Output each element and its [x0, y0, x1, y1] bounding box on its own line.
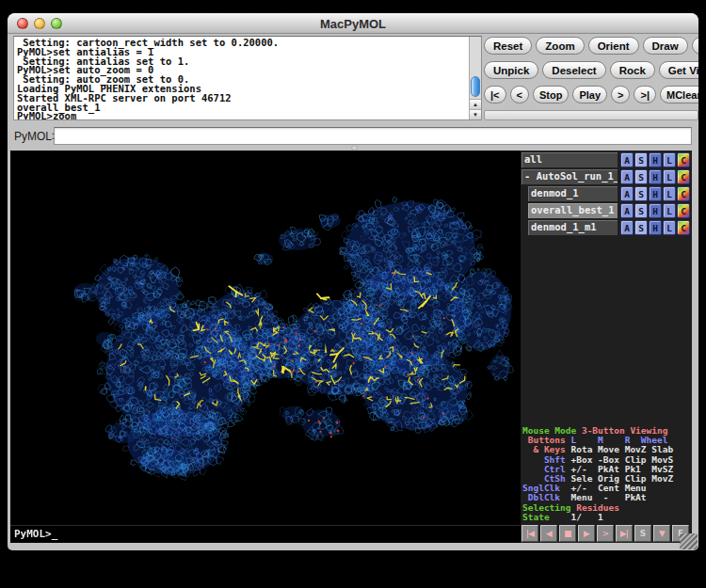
get-view-button[interactable]: Get View [659, 61, 698, 79]
play-button[interactable]: ▶ [578, 525, 595, 542]
console-line: overall_best_1 [17, 103, 468, 113]
macpymol-window: MacPyMOL Setting: cartoon_rect_width set… [8, 13, 698, 550]
object-c-button[interactable]: C [677, 220, 690, 235]
scrollbar-thumb[interactable] [471, 76, 480, 97]
command-input[interactable] [54, 127, 692, 145]
feedback-console[interactable]: Setting: cartoon_rect_width set to 0.200… [13, 36, 482, 120]
viewport-3d[interactable] [10, 151, 521, 543]
console-scrollbar[interactable]: ▲ ▼ [469, 37, 481, 119]
object-h-button[interactable]: H [649, 220, 662, 235]
object-c-button[interactable]: C [677, 186, 690, 201]
object-h-button[interactable]: H [649, 203, 662, 218]
reset-button[interactable]: Reset [484, 37, 532, 55]
object-s-button[interactable]: S [634, 203, 648, 218]
console-line: PyMOL>zoom [17, 112, 468, 119]
<-button[interactable]: < [510, 86, 529, 103]
>-button[interactable]: > [611, 86, 630, 103]
draw-button[interactable]: Draw [643, 37, 688, 55]
play-button[interactable]: Play [572, 86, 607, 103]
object-c-button[interactable]: C [677, 169, 690, 184]
object-a-button[interactable]: A [620, 186, 634, 201]
object-a-button[interactable]: A [620, 169, 634, 184]
deselect-button[interactable]: Deselect [542, 61, 605, 79]
frame-back-button[interactable]: ◀ [540, 525, 557, 542]
frame-forward-button[interactable]: > [597, 525, 614, 542]
object-h-button[interactable]: H [649, 169, 662, 184]
object-name[interactable]: denmod_1 [528, 186, 618, 201]
window-title: MacPyMOL [8, 17, 698, 31]
zoom-button[interactable]: Zoom [536, 37, 584, 55]
mclear-button[interactable]: MClear [660, 86, 698, 103]
scroll-down-icon[interactable]: ▼ [470, 109, 481, 119]
object-h-button[interactable]: H [649, 152, 662, 167]
object-s-button[interactable]: S [634, 169, 648, 184]
internal-gui-panel: allASHLC- AutoSol_run_1_ASHLCdenmod_1ASH… [521, 151, 692, 543]
object-s-button[interactable]: S [634, 186, 648, 201]
object-l-button[interactable]: L [663, 220, 676, 235]
orient-button[interactable]: Orient [588, 37, 639, 55]
frame-first-button[interactable]: |◀ [521, 525, 538, 542]
rock-button[interactable]: Rock [610, 61, 655, 79]
mouse-mode-panel[interactable]: Mouse Mode 3-Button Viewing Buttons L M … [522, 426, 692, 522]
scene-button[interactable]: S [634, 525, 651, 542]
object-row: denmod_1_m1ASHLC [521, 220, 690, 235]
stop-button[interactable]: Stop [533, 86, 569, 103]
object-l-button[interactable]: L [663, 203, 676, 218]
console-text: Setting: cartoon_rect_width set to 0.200… [17, 39, 468, 119]
object-name[interactable]: all [521, 152, 618, 167]
object-c-button[interactable]: C [677, 152, 690, 167]
object-l-button[interactable]: L [663, 152, 676, 167]
object-s-button[interactable]: S [634, 220, 648, 235]
main-area: PyMOL>_ allASHLC- AutoSol_run_1_ASHLCden… [10, 151, 692, 543]
progress-bar [484, 110, 698, 120]
frame-last-button[interactable]: ▶| [616, 525, 633, 542]
object-c-button[interactable]: C [677, 203, 690, 218]
unpick-button[interactable]: Unpick [484, 61, 538, 79]
stop-button[interactable]: ■ [559, 525, 576, 542]
viewport-prompt-bar: PyMOL>_ [10, 525, 521, 543]
ray-button[interactable]: Ray [692, 37, 698, 55]
button-row-2: UnpickDeselectRockGet View [484, 61, 698, 79]
object-list: allASHLC- AutoSol_run_1_ASHLCdenmod_1ASH… [521, 152, 690, 237]
object-a-button[interactable]: A [620, 220, 634, 235]
viewport-prompt: PyMOL>_ [14, 528, 57, 540]
object-row: - AutoSol_run_1_ASHLC [521, 169, 690, 184]
object-name[interactable]: - AutoSol_run_1_ [521, 169, 618, 184]
object-row: allASHLC [521, 152, 690, 167]
button-row-1: ResetZoomOrientDrawRay [484, 37, 698, 55]
command-prompt-label: PyMOL> [14, 130, 58, 143]
object-name[interactable]: denmod_1_m1 [528, 220, 618, 235]
>|-button[interactable]: >| [634, 86, 656, 103]
object-l-button[interactable]: L [663, 186, 676, 201]
mouse-panel-line: State 1/ 1 [522, 513, 692, 522]
splitter-handle[interactable] [351, 146, 358, 150]
title-bar[interactable]: MacPyMOL [8, 13, 698, 34]
object-row: overall_best_1ASHLC [521, 203, 690, 218]
fullscreen-toggle[interactable]: ▼ [653, 525, 670, 542]
vcr-controls: |◀◀■▶>▶|S▼F [521, 525, 689, 542]
mouse-panel-text: State [522, 512, 554, 522]
object-a-button[interactable]: A [620, 152, 634, 167]
object-h-button[interactable]: H [649, 186, 662, 201]
button-row-3: |<<StopPlay>>|MClear [484, 86, 698, 103]
object-name[interactable]: overall_best_1 [528, 203, 618, 218]
object-row: denmod_1ASHLC [521, 186, 690, 201]
object-s-button[interactable]: S [634, 152, 648, 167]
object-a-button[interactable]: A [620, 203, 634, 218]
resize-grip-icon[interactable] [680, 533, 698, 549]
|<-button[interactable]: |< [484, 86, 506, 103]
scroll-up-icon[interactable]: ▲ [470, 99, 481, 109]
object-l-button[interactable]: L [663, 169, 676, 184]
mouse-panel-text: 1/ 1 [554, 512, 602, 522]
